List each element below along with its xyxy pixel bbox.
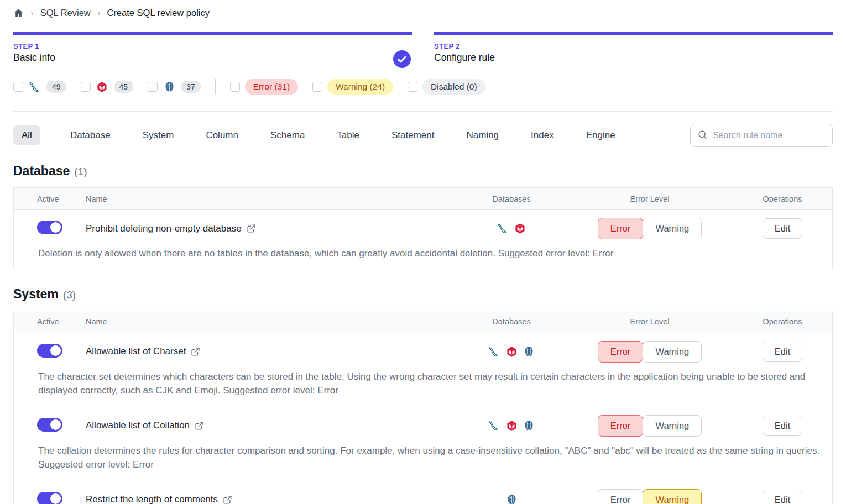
- level-filter-checkbox[interactable]: [312, 82, 322, 92]
- section-count: (1): [74, 166, 87, 178]
- engine-filter-checkbox[interactable]: [13, 82, 23, 92]
- engine-filter[interactable]: 49: [13, 80, 66, 93]
- engine-rule-count: 37: [181, 81, 201, 93]
- level-filter-pill: Disabled (0): [422, 79, 485, 95]
- column-header-error-level: Error Level: [567, 317, 733, 326]
- step-title: Basic info: [13, 52, 412, 64]
- page-title: Create SQL review policy: [107, 8, 210, 18]
- rule-name: Allowable list of Collation: [86, 420, 190, 431]
- rule-name: Prohibit deleting non-empty database: [86, 223, 242, 234]
- table-row: Allowable list of Collation Error Warnin…: [14, 407, 832, 481]
- external-link-icon[interactable]: [191, 347, 200, 356]
- breadcrumb-separator-icon: ›: [30, 8, 34, 18]
- error-level-selector: Error Warning: [567, 341, 733, 363]
- error-level-selector: Error Warning: [567, 489, 733, 504]
- tab-table[interactable]: Table: [335, 125, 362, 145]
- rules-table: ActiveNameDatabasesError LevelOperations…: [13, 187, 833, 270]
- engine-filter[interactable]: 37: [148, 80, 201, 93]
- external-link-icon[interactable]: [223, 495, 232, 504]
- level-filter-pill: Error (31): [245, 79, 298, 95]
- column-header-databases: Databases: [456, 317, 567, 326]
- warning-level-button[interactable]: Warning: [643, 415, 702, 437]
- mysql-icon: [28, 80, 41, 93]
- error-level-button[interactable]: Error: [598, 415, 644, 437]
- error-level-selector: Error Warning: [567, 218, 733, 239]
- tab-column[interactable]: Column: [203, 125, 241, 145]
- tab-index[interactable]: Index: [529, 125, 556, 145]
- home-icon[interactable]: [13, 8, 24, 18]
- engine-filter-checkbox[interactable]: [148, 82, 158, 92]
- column-header-active: Active: [14, 317, 86, 326]
- search-input[interactable]: [713, 130, 826, 140]
- sql-review-page: › SQL Review › Create SQL review policy …: [0, 0, 846, 504]
- tab-schema[interactable]: Schema: [268, 125, 307, 145]
- tab-naming[interactable]: Naming: [464, 125, 501, 145]
- warning-level-button[interactable]: Warning: [643, 341, 702, 363]
- step-completed-check-icon: [393, 50, 411, 68]
- tidb-icon: [514, 223, 526, 235]
- column-header-active: Active: [14, 195, 86, 203]
- breadcrumb-sql-review[interactable]: SQL Review: [40, 8, 91, 18]
- column-header-operations: Operations: [733, 317, 832, 326]
- active-toggle[interactable]: [37, 418, 62, 432]
- engine-filter-checkbox[interactable]: [81, 82, 91, 92]
- tidb-icon: [505, 345, 518, 358]
- mysql-icon: [488, 419, 500, 432]
- tab-engine[interactable]: Engine: [584, 125, 618, 145]
- table-row: Restrict the length of comments Error Wa…: [14, 481, 832, 504]
- tab-system[interactable]: System: [140, 125, 176, 145]
- postgres-icon: [505, 494, 518, 504]
- error-level-selector: Error Warning: [567, 415, 733, 437]
- search-icon: [697, 129, 708, 142]
- breadcrumb: › SQL Review › Create SQL review policy: [13, 0, 833, 19]
- step-title: Configure rule: [434, 52, 833, 64]
- column-header-error-level: Error Level: [567, 195, 733, 203]
- step-indicator: STEP 1 Basic info STEP 2 Configure rule: [13, 32, 833, 64]
- rule-databases: [456, 345, 567, 358]
- postgres-icon: [523, 345, 535, 358]
- rule-sections: Database(1) ActiveNameDatabasesError Lev…: [13, 164, 833, 504]
- warning-level-button[interactable]: Warning: [643, 218, 702, 239]
- warning-level-button[interactable]: Warning: [643, 489, 702, 504]
- rule-name: Restrict the length of comments: [86, 494, 218, 504]
- error-level-button[interactable]: Error: [598, 341, 644, 363]
- search-box[interactable]: [690, 124, 833, 147]
- step: STEP 2 Configure rule: [434, 32, 833, 64]
- edit-button[interactable]: Edit: [763, 342, 802, 362]
- section-count: (3): [63, 289, 76, 301]
- error-level-button[interactable]: Error: [598, 489, 644, 504]
- tidb-icon: [96, 80, 109, 93]
- rule-databases: [456, 419, 567, 432]
- section-title: System: [13, 287, 59, 302]
- tab-statement[interactable]: Statement: [389, 125, 437, 145]
- rules-table: ActiveNameDatabasesError LevelOperations…: [13, 311, 833, 504]
- error-level-button[interactable]: Error: [598, 218, 644, 239]
- disabled-filter[interactable]: Disabled (0): [408, 79, 485, 95]
- tabs-row: AllDatabaseSystemColumnSchemaTableStatem…: [13, 124, 833, 147]
- edit-button[interactable]: Edit: [763, 218, 802, 239]
- edit-button[interactable]: Edit: [763, 416, 802, 436]
- tab-database[interactable]: Database: [68, 125, 113, 145]
- active-toggle[interactable]: [37, 221, 62, 234]
- table-header: ActiveNameDatabasesError LevelOperations: [14, 311, 832, 333]
- warning-filter[interactable]: Warning (24): [312, 79, 393, 95]
- active-toggle[interactable]: [37, 344, 62, 358]
- tidb-icon: [505, 419, 518, 432]
- error-filter[interactable]: Error (31): [230, 79, 298, 95]
- section-title: Database: [13, 164, 70, 179]
- level-filter-checkbox[interactable]: [408, 82, 417, 92]
- mysql-icon: [497, 223, 509, 235]
- rule-section: System(3) ActiveNameDatabasesError Level…: [13, 287, 833, 504]
- level-filters: Error (31) Warning (24) Disabled (0): [230, 79, 485, 95]
- rule-section: Database(1) ActiveNameDatabasesError Lev…: [13, 164, 833, 270]
- engine-filter[interactable]: 45: [81, 80, 134, 93]
- active-toggle[interactable]: [37, 492, 62, 504]
- external-link-icon[interactable]: [247, 224, 256, 233]
- step-label: STEP 1: [13, 42, 412, 50]
- level-filter-pill: Warning (24): [327, 79, 393, 95]
- edit-button[interactable]: Edit: [763, 490, 802, 504]
- engine-filters: 49 45 37: [13, 80, 201, 93]
- external-link-icon[interactable]: [195, 421, 204, 431]
- tab-all[interactable]: All: [13, 125, 40, 145]
- level-filter-checkbox[interactable]: [230, 82, 240, 92]
